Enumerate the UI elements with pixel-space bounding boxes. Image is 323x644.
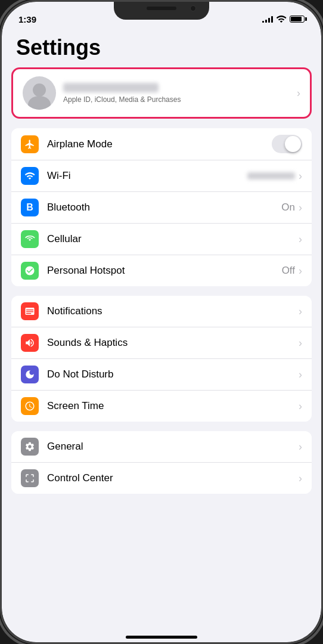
control-center-chevron-icon: › <box>299 472 302 485</box>
avatar <box>23 76 56 110</box>
moon-symbol <box>24 369 35 380</box>
cellular-label: Cellular <box>47 233 299 245</box>
personal-hotspot-label: Personal Hotspot <box>47 265 282 277</box>
airplane-symbol <box>24 139 35 150</box>
wifi-label: Wi-Fi <box>47 170 247 182</box>
bluetooth-icon: B <box>21 199 39 216</box>
account-chevron-icon: › <box>297 87 300 100</box>
screen-time-chevron-icon: › <box>299 400 302 413</box>
airplane-mode-icon <box>21 135 39 153</box>
sounds-haptics-chevron-icon: › <box>299 337 302 349</box>
account-name-blurred <box>63 83 159 92</box>
notifications-label: Notifications <box>47 305 299 317</box>
do-not-disturb-row[interactable]: Do Not Disturb › <box>11 359 312 391</box>
home-indicator[interactable] <box>126 636 197 639</box>
bluetooth-row[interactable]: B Bluetooth On › <box>11 192 312 224</box>
signal-bars-icon <box>262 16 273 23</box>
wifi-symbol <box>24 171 35 181</box>
notifications-row[interactable]: Notifications › <box>11 296 312 327</box>
wifi-row[interactable]: Wi-Fi › <box>11 160 312 192</box>
account-row[interactable]: Apple ID, iCloud, Media & Purchases › <box>11 67 312 119</box>
account-subtitle: Apple ID, iCloud, Media & Purchases <box>63 95 297 104</box>
sounds-haptics-row[interactable]: Sounds & Haptics › <box>11 327 312 359</box>
screen-time-label: Screen Time <box>47 400 299 412</box>
screen-time-row[interactable]: Screen Time › <box>11 391 312 422</box>
personal-hotspot-value: Off <box>282 265 295 277</box>
hotspot-symbol <box>24 265 35 276</box>
control-center-row[interactable]: Control Center › <box>11 463 312 494</box>
cellular-icon <box>21 230 39 248</box>
general-label: General <box>47 441 299 453</box>
general-group: General › Control Center › <box>11 431 312 494</box>
airplane-mode-toggle[interactable] <box>272 135 302 153</box>
screen-time-icon <box>21 397 39 415</box>
general-row[interactable]: General › <box>11 431 312 463</box>
screentime-symbol <box>24 401 35 411</box>
do-not-disturb-icon <box>21 366 39 383</box>
personal-hotspot-row[interactable]: Personal Hotspot Off › <box>11 255 312 286</box>
gear-symbol <box>24 441 35 452</box>
bluetooth-label: Bluetooth <box>47 202 281 213</box>
page-title: Settings <box>2 28 321 67</box>
general-icon <box>21 438 39 456</box>
control-center-icon <box>21 469 39 487</box>
control-center-label: Control Center <box>47 472 299 484</box>
wifi-chevron-icon: › <box>299 170 302 182</box>
wifi-network-value-blurred <box>247 172 295 179</box>
phone-screen: 1:39 Settings <box>2 2 321 642</box>
bluetooth-value: On <box>281 202 295 213</box>
notifications-icon <box>21 302 39 320</box>
notifications-chevron-icon: › <box>299 305 302 318</box>
notifications-group: Notifications › Sounds & Haptics › <box>11 296 312 422</box>
status-icons <box>262 14 305 26</box>
account-info: Apple ID, iCloud, Media & Purchases <box>56 83 297 104</box>
front-camera <box>190 5 196 11</box>
bluetooth-chevron-icon: › <box>299 202 302 214</box>
notch <box>114 2 209 20</box>
notifications-symbol <box>24 306 35 317</box>
cellular-row[interactable]: Cellular › <box>11 224 312 255</box>
sounds-haptics-label: Sounds & Haptics <box>47 337 299 349</box>
personal-hotspot-icon <box>21 262 39 280</box>
connectivity-group: Airplane Mode Wi-Fi › <box>11 128 312 286</box>
sounds-symbol <box>24 338 35 348</box>
sounds-haptics-icon <box>21 334 39 352</box>
cellular-symbol <box>24 234 35 244</box>
personal-hotspot-chevron-icon: › <box>299 265 302 277</box>
control-center-symbol <box>24 473 35 484</box>
speaker <box>147 7 176 10</box>
phone-frame: 1:39 Settings <box>0 0 323 644</box>
wifi-icon <box>21 167 39 185</box>
do-not-disturb-label: Do Not Disturb <box>47 369 299 380</box>
airplane-mode-row[interactable]: Airplane Mode <box>11 128 312 160</box>
general-chevron-icon: › <box>299 441 302 453</box>
wifi-status-icon <box>276 14 287 24</box>
settings-content: Settings Apple ID, iCloud, Media & Purch… <box>2 28 321 642</box>
battery-icon <box>290 16 305 23</box>
status-time: 1:39 <box>18 14 36 26</box>
do-not-disturb-chevron-icon: › <box>299 369 302 381</box>
cellular-chevron-icon: › <box>299 233 302 246</box>
airplane-mode-label: Airplane Mode <box>47 138 272 150</box>
